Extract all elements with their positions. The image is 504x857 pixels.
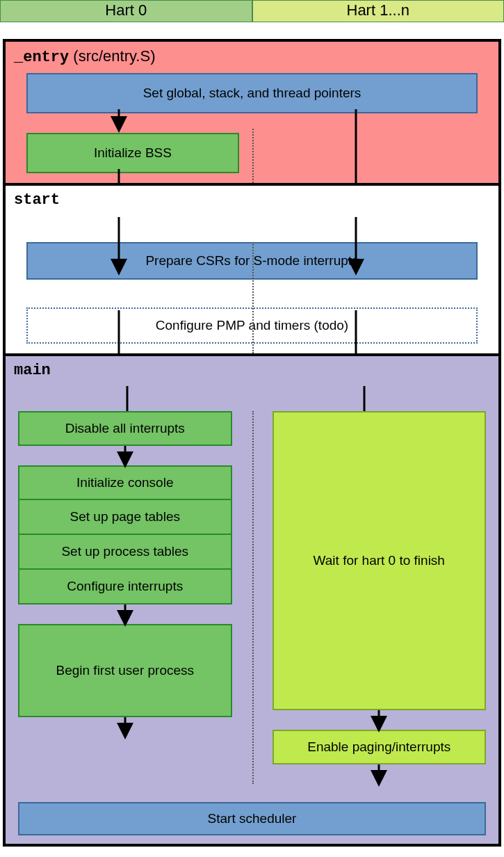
section-start: start Prepare CSRs for S-mode interrupts… — [6, 186, 498, 356]
section-main-title: main — [6, 356, 498, 382]
column-hart1n: Wait for hart 0 to finish Enable paging/… — [273, 411, 487, 784]
box-set-pointers: Set global, stack, and thread pointers — [26, 73, 478, 113]
column-hart0: Disable all interrupts Initialize consol… — [18, 411, 232, 784]
arrow-icon — [118, 604, 132, 625]
entry-title-code: _entry — [14, 49, 69, 66]
arrow-icon — [372, 764, 386, 785]
box-disable-interrupts: Disable all interrupts — [18, 411, 232, 446]
box-init-console: Initialize console — [18, 465, 232, 500]
arrow-icon — [118, 446, 132, 467]
box-enable-paging: Enable paging/interrupts — [273, 730, 487, 764]
header-hart1n: Hart 1...n — [252, 0, 505, 22]
box-init-bss: Initialize BSS — [26, 133, 239, 173]
box-process-tables: Set up process tables — [18, 535, 232, 570]
arrow-icon — [118, 717, 132, 738]
header-row: Hart 0 Hart 1...n — [0, 0, 504, 22]
section-main: main Disable all interrupts — [6, 356, 498, 844]
diagram-outer: _entry (src/entry.S) Set global, stack, … — [3, 39, 501, 847]
box-config-interrupts: Configure interrupts — [18, 570, 232, 604]
vertical-divider — [252, 242, 254, 353]
section-start-title: start — [6, 186, 498, 211]
section-entry: _entry (src/entry.S) Set global, stack, … — [6, 42, 498, 186]
box-start-scheduler: Start scheduler — [18, 802, 486, 835]
header-hart0: Hart 0 — [0, 0, 252, 22]
vertical-divider — [252, 129, 254, 183]
arrow-icon — [349, 109, 363, 186]
box-page-tables: Set up page tables — [18, 500, 232, 535]
box-first-user-process: Begin first user process — [18, 624, 232, 717]
entry-title-rest: (src/entry.S) — [69, 47, 155, 65]
section-entry-title: _entry (src/entry.S) — [6, 42, 498, 69]
box-wait-hart0: Wait for hart 0 to finish — [273, 411, 487, 710]
vertical-divider — [252, 411, 254, 784]
arrow-icon — [372, 710, 386, 731]
